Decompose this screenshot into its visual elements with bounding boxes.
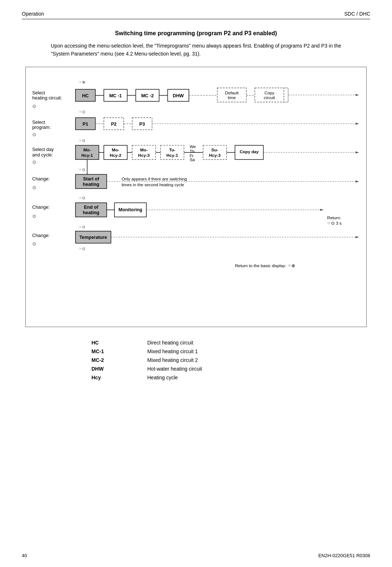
svg-text:times in the second heating cy: times in the second heating cycle — [122, 182, 184, 187]
footer-doc-id: EN2H-0220GE51 R0308 — [318, 553, 370, 558]
legend-desc-mc1: Mixed heating circuit 1 — [147, 347, 301, 355]
svg-text:Mo-: Mo- — [83, 147, 91, 152]
svg-text:MC -1: MC -1 — [109, 93, 122, 98]
diagram-svg: ☞⊕ Select heating circuit: ⊙ HC MC -1 MC… — [29, 73, 363, 320]
svg-text:Su-: Su- — [211, 147, 218, 152]
header-left: Operation — [22, 11, 44, 17]
legend-abbr-hcy: Hcy — [91, 374, 147, 382]
intro-text: Upon accessing the menu-selection level,… — [51, 42, 348, 58]
svg-text:Return to the basic display: ☞: Return to the basic display: ☞⊕ — [235, 263, 295, 268]
page-footer: 40 EN2H-0220GE51 R0308 — [22, 553, 370, 558]
legend-row-mc2: MC-2 Mixed heating circuit 2 — [91, 356, 301, 364]
svg-text:Sa: Sa — [189, 157, 195, 162]
legend-abbr-mc1: MC-1 — [91, 347, 147, 355]
svg-text:☞⊙: ☞⊙ — [78, 225, 85, 229]
svg-text:Mo-: Mo- — [112, 147, 119, 152]
svg-text:⊙: ⊙ — [32, 185, 36, 190]
svg-text:Mo-: Mo- — [140, 147, 148, 152]
svg-text:⊙: ⊙ — [32, 241, 36, 246]
svg-text:MC -2: MC -2 — [141, 93, 154, 98]
svg-text:We: We — [189, 144, 196, 149]
svg-text:heating: heating — [83, 181, 99, 187]
svg-text:Monitoring: Monitoring — [119, 207, 143, 212]
legend-desc-dhw: Hot-water heating circuit — [147, 365, 301, 373]
legend-abbr-mc2: MC-2 — [91, 356, 147, 364]
header-right: SDC / DHC — [344, 11, 370, 17]
svg-text:Hcy-3: Hcy-3 — [138, 152, 150, 157]
svg-text:☞⊙: ☞⊙ — [78, 167, 85, 171]
svg-text:Select: Select — [32, 120, 45, 125]
legend-desc-hc: Direct heating circuit — [147, 339, 301, 347]
svg-text:Change:: Change: — [32, 233, 50, 238]
svg-marker-24 — [355, 94, 359, 96]
svg-marker-102 — [355, 236, 359, 238]
svg-text:program:: program: — [32, 125, 51, 130]
svg-text:Copy: Copy — [264, 90, 274, 95]
svg-text:heating circuit:: heating circuit: — [32, 95, 62, 101]
svg-text:Hcy-1: Hcy-1 — [81, 152, 93, 157]
legend-desc-mc2: Mixed heating circuit 2 — [147, 356, 301, 364]
legend-row-dhw: DHW Hot-water heating circuit — [91, 365, 301, 373]
svg-text:⊙: ⊙ — [32, 132, 36, 137]
svg-text:☞⊙: ☞⊙ — [78, 110, 85, 114]
svg-text:circuit: circuit — [264, 95, 275, 100]
svg-text:☞⊕: ☞⊕ — [78, 80, 85, 84]
svg-text:time: time — [228, 95, 236, 100]
legend-abbr-hc: HC — [91, 339, 147, 347]
legend-row-mc1: MC-1 Mixed heating circuit 1 — [91, 347, 301, 355]
legend-abbr-dhw: DHW — [91, 365, 147, 373]
svg-text:Select day: Select day — [32, 147, 54, 152]
footer-page-number: 40 — [22, 553, 27, 558]
svg-text:HC: HC — [82, 93, 89, 98]
svg-text:P3: P3 — [139, 121, 145, 126]
legend-desc-hcy: Heating cycle — [147, 374, 301, 382]
svg-text:Temperature: Temperature — [79, 235, 107, 240]
svg-marker-82 — [355, 180, 359, 183]
svg-text:heating: heating — [83, 210, 99, 215]
section-title: Switching time programming (program P2 a… — [22, 30, 370, 37]
legend-table: HC Direct heating circuit MC-1 Mixed hea… — [91, 338, 301, 382]
svg-text:Only appears if there are swit: Only appears if there are switching — [122, 176, 187, 181]
svg-text:Tu-: Tu- — [169, 147, 175, 152]
svg-text:⊙: ⊙ — [32, 213, 36, 219]
svg-text:Hcy-3: Hcy-3 — [209, 152, 221, 157]
svg-text:Change:: Change: — [32, 205, 50, 210]
svg-text:Hcy-1: Hcy-1 — [167, 152, 178, 157]
svg-text:Hcy-2: Hcy-2 — [110, 152, 121, 157]
svg-text:DHW: DHW — [173, 93, 184, 98]
svg-text:☞⊙: ☞⊙ — [78, 196, 85, 200]
svg-text:P1: P1 — [83, 121, 89, 126]
svg-text:Select: Select — [32, 90, 45, 95]
page: Operation SDC / DHC Switching time progr… — [0, 0, 392, 567]
svg-text:P2: P2 — [111, 121, 117, 126]
diagram-box: ☞⊕ Select heating circuit: ⊙ HC MC -1 MC… — [25, 67, 367, 327]
svg-text:Default: Default — [225, 90, 239, 95]
svg-marker-93 — [320, 209, 324, 211]
svg-text:☞⊙: ☞⊙ — [78, 246, 85, 251]
svg-text:☞⊙: ☞⊙ — [78, 138, 85, 142]
svg-text:⊙: ⊙ — [32, 160, 36, 165]
svg-text:⊙: ⊙ — [32, 104, 36, 109]
legend-row-hc: HC Direct heating circuit — [91, 339, 301, 347]
svg-text:Copy day: Copy day — [240, 149, 259, 154]
svg-text:☞⊙ 3 s: ☞⊙ 3 s — [327, 221, 342, 225]
legend-row-hcy: Hcy Heating cycle — [91, 374, 301, 382]
svg-text:Start of: Start of — [83, 176, 99, 181]
svg-text:Change:: Change: — [32, 176, 50, 181]
page-header: Operation SDC / DHC — [22, 11, 370, 19]
svg-marker-71 — [355, 151, 359, 154]
svg-marker-38 — [355, 123, 359, 125]
svg-text:End of: End of — [84, 205, 98, 210]
svg-text:and cycle:: and cycle: — [32, 152, 53, 157]
svg-text:Return:: Return: — [327, 215, 341, 220]
